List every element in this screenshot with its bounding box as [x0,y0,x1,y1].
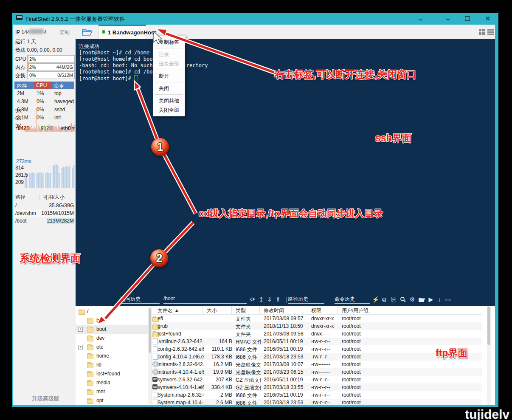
file-row-initramfs-2.6.32-642.e...[interactable]: initramfs-2.6.32-642.e...16.2 MB光盘映像文...… [152,361,482,368]
file-cell: 110.1 KB [191,346,232,352]
file-table-scrollbar[interactable] [487,306,491,405]
file-cell: 2017/03/18 23:53 [264,354,309,360]
power-lightning-icon[interactable]: ⚡ [372,295,380,304]
tree-item-/[interactable]: / [76,307,149,316]
menu-item-关闭全部[interactable]: 关闭全部 [153,105,185,115]
tree-item-lost+found[interactable]: lost+found [76,369,149,378]
annotation-cd-tip: cd进入指定目录,ftp界面会自动同步进入目录 [199,207,383,220]
disk-row[interactable]: /dev/shm1015M/1015M [13,210,76,217]
process-header-0[interactable]: 内存 [14,82,34,89]
up-directory-icon[interactable]: ↥ [257,295,265,304]
file-row-config-4.10.4-1.el6.elr...[interactable]: config-4.10.4-1.el6.elr...178.3 KBI686 文… [152,353,482,361]
tree-expander-icon[interactable]: + [78,345,83,350]
file-cell: -rw-r--r-- [311,377,339,383]
ping-chart [25,163,75,189]
menu-item-复制标签[interactable]: 复制标签 [153,37,185,47]
tree-scrollbar[interactable] [148,307,151,404]
file-cell: 164 B [191,338,232,344]
refresh-icon[interactable]: ⟳ [249,295,256,304]
download-icon[interactable]: ⇓ [266,295,273,304]
step-1-badge: 1 [151,138,169,156]
tree-item-lib[interactable]: lib [76,361,149,369]
current-path-field[interactable]: /boot [163,296,247,304]
file-header-1[interactable]: 大小 [207,307,217,314]
run-play-icon[interactable]: ▶ [427,295,435,304]
menu-item-关闭其他[interactable]: 关闭其他 [153,96,185,105]
upgrade-link[interactable]: 升级高级版 [32,395,59,403]
disk-row[interactable]: /boot213M/282M [13,217,76,225]
command-history-field[interactable]: 命令历史 [335,296,370,304]
tree-item-boot[interactable]: +boot [76,325,149,334]
terminal-line: [root@host home]# cd /boot [79,69,208,75]
process-row[interactable]: 2M1%top [14,90,74,98]
disk-header-size[interactable]: 可用/大小 [39,194,65,201]
disk-row[interactable]: /35.8G/39G [13,202,76,210]
upload-icon[interactable]: ⇑ [274,295,282,304]
folder-icon [87,336,93,341]
file-row-System.map-4.10.4-1...[interactable]: System.map-4.10.4-1...2.6 MBI686 文件2017/… [152,399,482,405]
paste-icon[interactable]: ⎘ [390,295,397,304]
process-row[interactable]: 4.3M0%haveged [14,98,74,106]
maximize-button[interactable]: ☐ [459,13,476,25]
file-cell: HMAC 文件 [236,338,261,346]
file-header-0[interactable]: 文件名 ▲ [158,307,179,314]
grid-view-icon[interactable] [479,29,485,35]
settings-gear-icon[interactable]: ⚙ [408,295,416,304]
process-header-2[interactable]: 命令 [52,82,74,89]
minimize-button[interactable]: – [439,13,456,25]
meter-label: 交换 [15,72,25,79]
tree-item-opt[interactable]: opt [76,396,149,405]
file-header-5[interactable]: 用户/用户组 [342,307,369,314]
open-connection-folder-icon[interactable] [82,27,93,37]
file-cell: drwxr-xr-x [311,323,339,329]
tree-item-media[interactable]: media [76,378,149,387]
file-row-.vmlinuz-2.6.32-642.el...[interactable]: .vmlinuz-2.6.32-642.el...164 BHMAC 文件201… [152,338,482,345]
tree-item-home[interactable]: home [76,352,149,361]
file-header-3[interactable]: 修改时间 [264,307,284,314]
file-row-initramfs-4.10.4-1.el6....[interactable]: initramfs-4.10.4-1.el6....19.9 MB光盘映像文..… [152,368,482,376]
disk-header-path[interactable]: 路径 [15,194,25,201]
file-cell: 2016/05/11 00:19 [264,338,309,344]
file-row-symvers-4.10.4-1.el6....[interactable]: GZsymvers-4.10.4-1.el6....330.4 KBGZ 压缩文… [152,383,482,391]
close-button[interactable]: ✕ [478,13,497,25]
visit-history-field[interactable]: 访问历史 [120,296,160,304]
file-table: 文件名 ▲大小类型修改时间权限用户/用户组efi文件夹2017/03/08 09… [152,306,482,405]
file-row-System.map-2.6.32-6...[interactable]: System.map-2.6.32-6...2 MBI686 文件2016/05… [152,391,482,399]
window-panel-icon[interactable]: ▭ [444,295,452,304]
menu-item-关闭[interactable]: 关闭 [153,84,185,93]
search-icon[interactable] [399,295,407,304]
file-cell: -rw-r--r-- [311,384,339,390]
file-row-config-2.6.32-642.el6....[interactable]: config-2.6.32-642.el6....110.1 KBI686 文件… [152,345,482,353]
tree-item-mnt[interactable]: mnt [76,387,149,396]
file-cell: drwxr-xr-x [311,316,339,321]
copy-ip-button[interactable]: 复制 [59,29,70,36]
tree-item-etc[interactable]: +etc [76,343,149,352]
file-header-4[interactable]: 权限 [311,307,321,314]
annotation-ssh-label: ssh界面 [375,132,412,145]
file-cell: -rw-r--r-- [311,354,339,360]
tree-expander-icon[interactable]: + [78,327,83,332]
file-cell: -rw------- [311,369,339,375]
file-row-efi[interactable]: efi文件夹2017/03/08 09:57drwxr-xr-xroot/roo… [152,315,482,322]
path-history-field[interactable]: 路径历史 [288,296,324,304]
open-folder-icon[interactable] [418,295,425,304]
file-cell: 文件夹 [236,331,261,338]
resize-icon: ↔ [414,13,427,25]
tree-item-label: etc [96,344,103,350]
file-row-lost+found[interactable]: lost+found文件夹2017/03/08 09:56drwx------r… [152,330,482,338]
tree-item-bin[interactable]: bin [76,316,149,325]
download-arrow-icon[interactable]: ↓ [436,295,443,304]
screenshot-stage: FinalShell 2.9.5.2 一体化服务器管理软件 ↔ – ☐ ✕ IP… [0,0,512,420]
list-menu-icon[interactable] [487,29,494,34]
copy-icon[interactable]: ⧉ [380,295,388,304]
file-cell: 2017/03/08 10:07 [264,361,309,367]
file-cell: root/root [342,361,380,367]
file-cell: root/root [342,338,380,344]
tree-item-dev[interactable]: dev [76,334,149,343]
file-row-grub[interactable]: grub文件夹2018/11/13 18:50drwxr-xr-xroot/ro… [152,322,482,330]
file-header-2[interactable]: 类型 [236,307,246,314]
net-tick: 9K [15,108,22,114]
file-row-symvers-2.6.32-642.el...[interactable]: GZsymvers-2.6.32-642.el...207 KBGZ 压缩文件2… [152,376,482,383]
process-header-1[interactable]: CPU [34,82,52,89]
menu-item-断开[interactable]: 断开 [153,71,185,81]
